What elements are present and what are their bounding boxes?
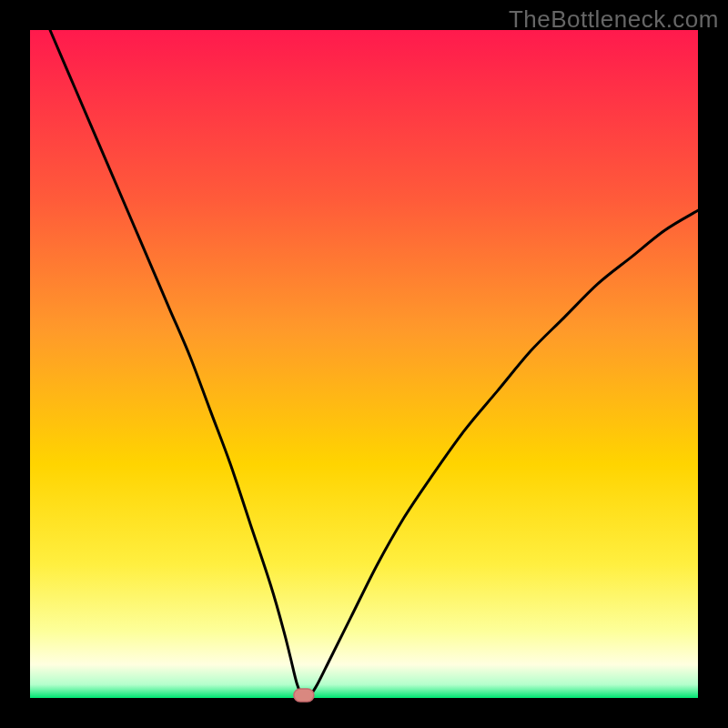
chart-container: { "watermark": "TheBottleneck.com", "col… [0, 0, 728, 728]
gradient-background [30, 30, 698, 698]
chart-svg [0, 0, 728, 728]
minimum-marker [294, 689, 314, 702]
watermark-text: TheBottleneck.com [509, 5, 719, 34]
